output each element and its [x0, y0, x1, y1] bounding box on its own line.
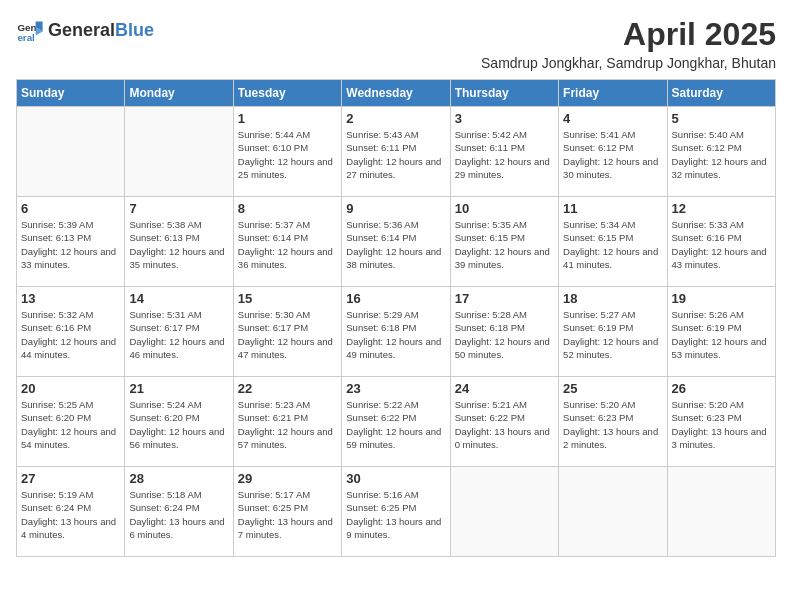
- day-number: 14: [129, 291, 228, 306]
- day-cell: 3Sunrise: 5:42 AMSunset: 6:11 PMDaylight…: [450, 107, 558, 197]
- week-row-0: 1Sunrise: 5:44 AMSunset: 6:10 PMDaylight…: [17, 107, 776, 197]
- day-info: Sunrise: 5:37 AMSunset: 6:14 PMDaylight:…: [238, 218, 337, 271]
- day-number: 28: [129, 471, 228, 486]
- day-cell: 12Sunrise: 5:33 AMSunset: 6:16 PMDayligh…: [667, 197, 775, 287]
- day-cell: 20Sunrise: 5:25 AMSunset: 6:20 PMDayligh…: [17, 377, 125, 467]
- week-row-4: 27Sunrise: 5:19 AMSunset: 6:24 PMDayligh…: [17, 467, 776, 557]
- day-number: 10: [455, 201, 554, 216]
- day-info: Sunrise: 5:25 AMSunset: 6:20 PMDaylight:…: [21, 398, 120, 451]
- day-number: 21: [129, 381, 228, 396]
- day-number: 20: [21, 381, 120, 396]
- logo-general: General: [48, 20, 115, 40]
- day-info: Sunrise: 5:23 AMSunset: 6:21 PMDaylight:…: [238, 398, 337, 451]
- header-cell-wednesday: Wednesday: [342, 80, 450, 107]
- header-cell-saturday: Saturday: [667, 80, 775, 107]
- day-cell: 16Sunrise: 5:29 AMSunset: 6:18 PMDayligh…: [342, 287, 450, 377]
- day-info: Sunrise: 5:20 AMSunset: 6:23 PMDaylight:…: [672, 398, 771, 451]
- day-info: Sunrise: 5:22 AMSunset: 6:22 PMDaylight:…: [346, 398, 445, 451]
- day-cell: 6Sunrise: 5:39 AMSunset: 6:13 PMDaylight…: [17, 197, 125, 287]
- day-number: 16: [346, 291, 445, 306]
- svg-text:eral: eral: [17, 32, 35, 43]
- day-number: 30: [346, 471, 445, 486]
- day-cell: 15Sunrise: 5:30 AMSunset: 6:17 PMDayligh…: [233, 287, 341, 377]
- day-cell: 29Sunrise: 5:17 AMSunset: 6:25 PMDayligh…: [233, 467, 341, 557]
- day-cell: 5Sunrise: 5:40 AMSunset: 6:12 PMDaylight…: [667, 107, 775, 197]
- day-info: Sunrise: 5:41 AMSunset: 6:12 PMDaylight:…: [563, 128, 662, 181]
- header-row: SundayMondayTuesdayWednesdayThursdayFrid…: [17, 80, 776, 107]
- logo: Gen eral GeneralBlue: [16, 16, 154, 44]
- day-cell: 4Sunrise: 5:41 AMSunset: 6:12 PMDaylight…: [559, 107, 667, 197]
- day-number: 3: [455, 111, 554, 126]
- day-number: 9: [346, 201, 445, 216]
- day-number: 12: [672, 201, 771, 216]
- day-info: Sunrise: 5:16 AMSunset: 6:25 PMDaylight:…: [346, 488, 445, 541]
- header-cell-monday: Monday: [125, 80, 233, 107]
- day-cell: 26Sunrise: 5:20 AMSunset: 6:23 PMDayligh…: [667, 377, 775, 467]
- week-row-2: 13Sunrise: 5:32 AMSunset: 6:16 PMDayligh…: [17, 287, 776, 377]
- day-number: 15: [238, 291, 337, 306]
- day-cell: 7Sunrise: 5:38 AMSunset: 6:13 PMDaylight…: [125, 197, 233, 287]
- day-info: Sunrise: 5:40 AMSunset: 6:12 PMDaylight:…: [672, 128, 771, 181]
- day-cell: [667, 467, 775, 557]
- day-number: 22: [238, 381, 337, 396]
- day-info: Sunrise: 5:39 AMSunset: 6:13 PMDaylight:…: [21, 218, 120, 271]
- title-area: April 2025 Samdrup Jongkhar, Samdrup Jon…: [481, 16, 776, 71]
- day-cell: 2Sunrise: 5:43 AMSunset: 6:11 PMDaylight…: [342, 107, 450, 197]
- day-cell: 28Sunrise: 5:18 AMSunset: 6:24 PMDayligh…: [125, 467, 233, 557]
- day-number: 27: [21, 471, 120, 486]
- day-cell: 18Sunrise: 5:27 AMSunset: 6:19 PMDayligh…: [559, 287, 667, 377]
- day-cell: 13Sunrise: 5:32 AMSunset: 6:16 PMDayligh…: [17, 287, 125, 377]
- day-cell: 25Sunrise: 5:20 AMSunset: 6:23 PMDayligh…: [559, 377, 667, 467]
- day-info: Sunrise: 5:32 AMSunset: 6:16 PMDaylight:…: [21, 308, 120, 361]
- week-row-3: 20Sunrise: 5:25 AMSunset: 6:20 PMDayligh…: [17, 377, 776, 467]
- day-cell: 27Sunrise: 5:19 AMSunset: 6:24 PMDayligh…: [17, 467, 125, 557]
- day-number: 25: [563, 381, 662, 396]
- day-info: Sunrise: 5:38 AMSunset: 6:13 PMDaylight:…: [129, 218, 228, 271]
- day-info: Sunrise: 5:36 AMSunset: 6:14 PMDaylight:…: [346, 218, 445, 271]
- day-info: Sunrise: 5:30 AMSunset: 6:17 PMDaylight:…: [238, 308, 337, 361]
- day-cell: 8Sunrise: 5:37 AMSunset: 6:14 PMDaylight…: [233, 197, 341, 287]
- day-cell: 23Sunrise: 5:22 AMSunset: 6:22 PMDayligh…: [342, 377, 450, 467]
- day-cell: [559, 467, 667, 557]
- day-info: Sunrise: 5:33 AMSunset: 6:16 PMDaylight:…: [672, 218, 771, 271]
- day-info: Sunrise: 5:24 AMSunset: 6:20 PMDaylight:…: [129, 398, 228, 451]
- week-row-1: 6Sunrise: 5:39 AMSunset: 6:13 PMDaylight…: [17, 197, 776, 287]
- header-cell-thursday: Thursday: [450, 80, 558, 107]
- day-number: 24: [455, 381, 554, 396]
- day-number: 19: [672, 291, 771, 306]
- calendar-body: 1Sunrise: 5:44 AMSunset: 6:10 PMDaylight…: [17, 107, 776, 557]
- day-cell: 10Sunrise: 5:35 AMSunset: 6:15 PMDayligh…: [450, 197, 558, 287]
- day-cell: 24Sunrise: 5:21 AMSunset: 6:22 PMDayligh…: [450, 377, 558, 467]
- header: Gen eral GeneralBlue April 2025 Samdrup …: [16, 16, 776, 71]
- day-cell: 30Sunrise: 5:16 AMSunset: 6:25 PMDayligh…: [342, 467, 450, 557]
- day-number: 8: [238, 201, 337, 216]
- day-number: 17: [455, 291, 554, 306]
- day-number: 1: [238, 111, 337, 126]
- day-info: Sunrise: 5:42 AMSunset: 6:11 PMDaylight:…: [455, 128, 554, 181]
- day-info: Sunrise: 5:20 AMSunset: 6:23 PMDaylight:…: [563, 398, 662, 451]
- day-info: Sunrise: 5:31 AMSunset: 6:17 PMDaylight:…: [129, 308, 228, 361]
- calendar-table: SundayMondayTuesdayWednesdayThursdayFrid…: [16, 79, 776, 557]
- day-info: Sunrise: 5:19 AMSunset: 6:24 PMDaylight:…: [21, 488, 120, 541]
- day-number: 11: [563, 201, 662, 216]
- day-info: Sunrise: 5:44 AMSunset: 6:10 PMDaylight:…: [238, 128, 337, 181]
- day-number: 13: [21, 291, 120, 306]
- logo-icon: Gen eral: [16, 16, 44, 44]
- header-cell-tuesday: Tuesday: [233, 80, 341, 107]
- day-info: Sunrise: 5:28 AMSunset: 6:18 PMDaylight:…: [455, 308, 554, 361]
- day-cell: [17, 107, 125, 197]
- day-info: Sunrise: 5:35 AMSunset: 6:15 PMDaylight:…: [455, 218, 554, 271]
- day-number: 5: [672, 111, 771, 126]
- day-cell: 19Sunrise: 5:26 AMSunset: 6:19 PMDayligh…: [667, 287, 775, 377]
- day-info: Sunrise: 5:34 AMSunset: 6:15 PMDaylight:…: [563, 218, 662, 271]
- logo-text: GeneralBlue: [48, 21, 154, 39]
- day-cell: [450, 467, 558, 557]
- day-number: 7: [129, 201, 228, 216]
- day-info: Sunrise: 5:18 AMSunset: 6:24 PMDaylight:…: [129, 488, 228, 541]
- day-number: 18: [563, 291, 662, 306]
- day-number: 2: [346, 111, 445, 126]
- day-number: 29: [238, 471, 337, 486]
- day-info: Sunrise: 5:26 AMSunset: 6:19 PMDaylight:…: [672, 308, 771, 361]
- day-cell: 21Sunrise: 5:24 AMSunset: 6:20 PMDayligh…: [125, 377, 233, 467]
- day-number: 4: [563, 111, 662, 126]
